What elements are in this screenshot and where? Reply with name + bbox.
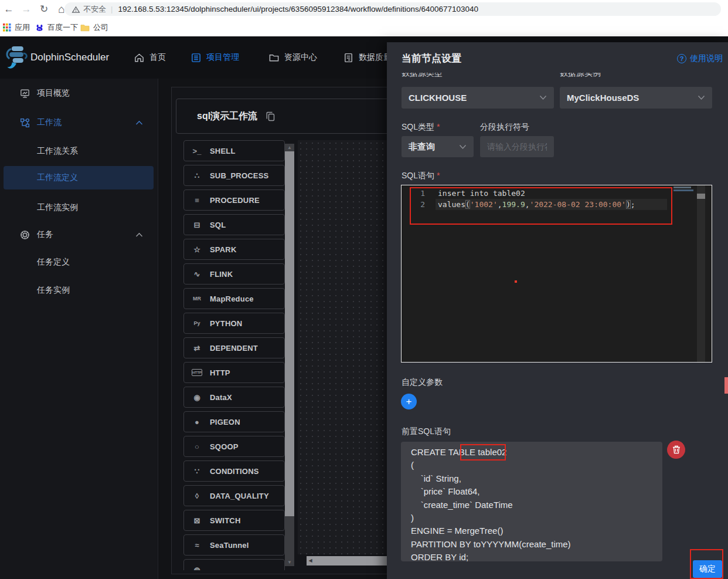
task-type-label: SHELL [210, 147, 236, 155]
editor-minimap [673, 187, 696, 191]
sidebar-item-2[interactable]: 工作流 [4, 111, 154, 134]
projects-icon [190, 52, 202, 63]
task-type-sql[interactable]: ⊟SQL [183, 214, 285, 235]
scroll-left-icon[interactable]: ◀ [307, 556, 314, 566]
python-icon: Py [192, 319, 202, 328]
scroll-up-icon[interactable]: ▲ [285, 144, 294, 151]
delete-pre-sql-button[interactable] [667, 441, 685, 459]
sidebar: 项目概览工作流工作流关系工作流定义工作流实例任务任务定义任务实例 [0, 79, 158, 579]
nav-item-home[interactable]: 首页 [134, 36, 166, 79]
task-type-switch[interactable]: ⊠SWITCH [183, 510, 285, 531]
nav-item-data-quality[interactable]: 数据质量 [343, 36, 392, 79]
back-icon[interactable]: ← [0, 4, 18, 15]
task-type-data_quality[interactable]: ◊DATA_QUALITY [183, 485, 285, 506]
address-bar[interactable]: 不安全 | 192.168.5.53:12345/dolphinschedule… [64, 2, 721, 16]
task-type-flink[interactable]: ∿FLINK [183, 263, 285, 285]
trash-icon [672, 445, 681, 454]
scroll-down-icon[interactable]: ▼ [285, 558, 294, 566]
sidebar-item-label: 工作流关系 [37, 146, 78, 157]
question-circle-icon: ? [677, 54, 686, 63]
brand[interactable]: DolphinScheduler [5, 44, 109, 71]
task-type-conditions[interactable]: ∵CONDITIONS [183, 461, 285, 482]
task-type-spark[interactable]: ☆SPARK [183, 239, 285, 260]
scrollbar-thumb[interactable] [285, 151, 294, 516]
task-type-seatunnel[interactable]: ≈SeaTunnel [183, 534, 285, 556]
bookmark-3[interactable]: 公司 [80, 18, 108, 36]
nav-item-label: 项目管理 [206, 52, 239, 63]
task-type-label: CONDITIONS [210, 467, 259, 476]
task-type-dependent[interactable]: ⇄DEPENDENT [183, 337, 285, 358]
security-label: 不安全 [83, 4, 106, 15]
task-type-label: SPARK [210, 245, 237, 254]
bookmark-2[interactable]: 百度一下 [35, 18, 78, 36]
folder-yellow-icon [80, 23, 90, 32]
chevron-up-icon[interactable] [135, 120, 143, 126]
task-type-mapreduce[interactable]: MRMapReduce [183, 288, 285, 309]
add-param-button[interactable]: + [401, 394, 417, 409]
nav-item-resources[interactable]: 资源中心 [268, 36, 317, 79]
task-type-procedure[interactable]: ≡PROCEDURE [183, 189, 285, 211]
nav-item-label: 资源中心 [284, 52, 317, 63]
chevron-up-icon[interactable] [135, 232, 143, 238]
copy-icon[interactable] [266, 111, 275, 121]
task-type-list: >_SHELL∴SUB_PROCESS≡PROCEDURE⊟SQL☆SPARK∿… [183, 140, 285, 570]
task-type-label: SeaTunnel [210, 541, 249, 550]
sidebar-item-4[interactable]: 工作流定义 [4, 166, 154, 189]
sidebar-item-5[interactable]: 工作流实例 [4, 196, 154, 219]
sidebar-item-3[interactable]: 工作流关系 [4, 140, 154, 163]
url-text[interactable]: 192.168.5.53:12345/dolphinscheduler/ui/p… [118, 5, 478, 13]
task-type-pigeon[interactable]: ●PIGEON [183, 411, 285, 432]
bookmark-label: 应用 [15, 22, 30, 33]
sidebar-item-1[interactable]: 项目概览 [4, 82, 154, 105]
task-type-label: MapReduce [210, 294, 254, 303]
task-type-sqoop[interactable]: ○SQOOP [183, 436, 285, 457]
pigeon-icon: ● [192, 417, 202, 426]
datasource-instance-select[interactable]: MyClickHouseDS [560, 87, 712, 109]
nav-item-projects[interactable]: 项目管理 [190, 36, 239, 79]
task-type-sub_process[interactable]: ∴SUB_PROCESS [183, 165, 285, 186]
task-type-label: PIGEON [210, 418, 240, 426]
overview-icon [19, 88, 30, 99]
line-number: 2 [402, 199, 425, 210]
task-type-python[interactable]: PyPYTHON [183, 313, 285, 334]
help-link[interactable]: ? 使用说明 [677, 53, 723, 64]
sql-type-select[interactable]: 非查询 [402, 136, 474, 157]
datasource-type-select[interactable]: CLICKHOUSE [402, 87, 554, 109]
task-type-shell[interactable]: >_SHELL [183, 140, 285, 161]
sub-process-icon: ∴ [192, 171, 202, 180]
chevron-down-icon [459, 144, 467, 150]
chevron-down-icon [698, 95, 705, 100]
drawer-title: 当前节点设置 [402, 52, 461, 65]
reload-icon[interactable]: ↻ [35, 3, 53, 15]
editor-scrollbar[interactable] [697, 185, 705, 362]
sql-code-editor[interactable]: 1insert into table022values('1002',199.9… [401, 185, 712, 363]
seatunnel-icon: ≈ [192, 540, 202, 550]
sidebar-item-label: 任务定义 [37, 257, 70, 268]
task-type-http[interactable]: HTTPHTTP [183, 362, 285, 383]
pre-sql-label: 前置SQL语句 [402, 426, 451, 437]
segment-symbol-label: 分段执行符号 [480, 122, 529, 133]
sidebar-item-7[interactable]: 任务定义 [4, 250, 154, 274]
task-gear-icon [19, 229, 30, 241]
bookmark-1[interactable]: 应用 [3, 18, 30, 36]
forward-icon[interactable]: → [18, 4, 35, 15]
editor-line: 1insert into table02 [402, 188, 712, 199]
sidebar-item-8[interactable]: 任务实例 [4, 279, 154, 302]
browser-toolbar: ← → ↻ ⌂ 不安全 | 192.168.5.53:12345/dolphin… [0, 0, 728, 18]
home-icon [134, 52, 145, 63]
bookmark-label: 百度一下 [47, 22, 78, 33]
task-type-label: SWITCH [210, 516, 240, 525]
brand-name: DolphinScheduler [30, 52, 109, 63]
task-list-scrollbar[interactable]: ▲ ▼ [285, 144, 294, 566]
task-type-label: PYTHON [210, 319, 242, 328]
sidebar-item-6[interactable]: 任务 [4, 223, 154, 246]
confirm-button[interactable]: 确定 [693, 560, 722, 578]
workflow-title: sql演示工作流 [197, 110, 257, 123]
datasource-instance-label: 数据源实例 [560, 73, 677, 79]
task-type-partial[interactable]: ◍ [183, 559, 285, 570]
segment-symbol-input[interactable] [480, 136, 554, 157]
task-type-datax[interactable]: ◉DataX [183, 387, 285, 408]
workflow-icon [19, 117, 30, 128]
editor-line: 2values('1002',199.9,'2022-08-02 23:00:0… [402, 199, 712, 210]
pre-sql-textarea[interactable]: CREATE TABLE table02 ( `id` String, `pri… [401, 442, 662, 561]
